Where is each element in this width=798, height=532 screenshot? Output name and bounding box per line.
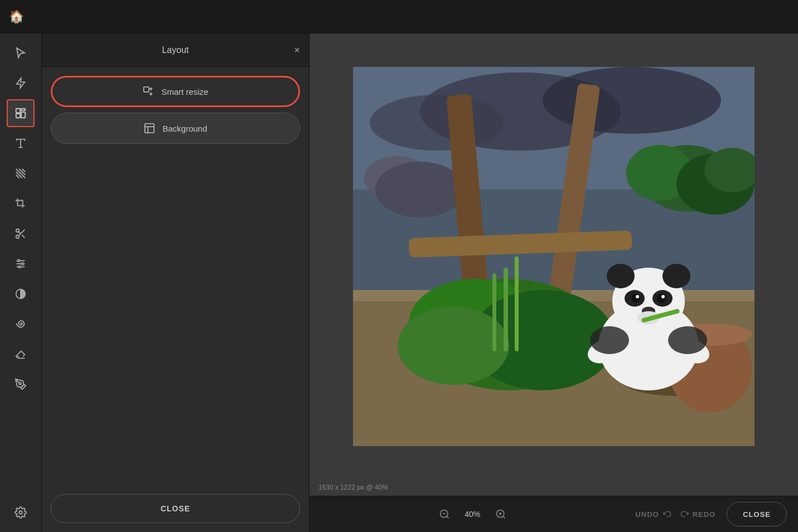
panel-close-x-button[interactable]: × xyxy=(294,45,300,55)
text-tool[interactable] xyxy=(7,129,35,157)
smart-resize-label: Smart resize xyxy=(161,87,208,96)
canvas-area: 1630 x 1222 px @ 40% 40% xyxy=(309,33,798,532)
layout-panel: Layout × Smart resize xyxy=(42,33,309,532)
image-container xyxy=(309,33,798,479)
zoom-out-button[interactable] xyxy=(434,504,454,524)
image-dimensions-text: 1630 x 1222 px @ 40% xyxy=(318,483,388,491)
svg-point-9 xyxy=(18,260,20,262)
svg-point-5 xyxy=(16,235,20,239)
svg-rect-15 xyxy=(144,87,149,92)
panda-image xyxy=(353,67,755,446)
background-button[interactable]: Background xyxy=(51,113,300,144)
settings-tool[interactable] xyxy=(7,499,35,526)
svg-point-60 xyxy=(590,326,629,354)
svg-rect-44 xyxy=(515,257,519,351)
panel-title: Layout xyxy=(162,45,188,55)
scissors-tool[interactable] xyxy=(7,220,35,248)
svg-point-13 xyxy=(19,383,21,385)
smart-resize-icon xyxy=(142,85,154,98)
background-label: Background xyxy=(162,124,207,133)
undo-redo-controls: UNDO REDO xyxy=(635,510,715,519)
panel-close-button[interactable]: CLOSE xyxy=(51,494,300,523)
adjust-tool[interactable] xyxy=(7,250,35,278)
svg-rect-1 xyxy=(21,109,25,111)
top-bar: 🏠 xyxy=(0,0,798,33)
status-bar: 1630 x 1222 px @ 40% xyxy=(309,479,798,496)
panel-footer: CLOSE xyxy=(42,485,309,532)
svg-rect-16 xyxy=(145,124,154,133)
spiral-tool[interactable] xyxy=(7,310,35,338)
zoom-in-button[interactable] xyxy=(491,504,511,524)
svg-rect-0 xyxy=(16,109,20,113)
svg-point-10 xyxy=(22,263,24,265)
svg-point-52 xyxy=(631,294,640,303)
main-close-button[interactable]: CLOSE xyxy=(727,502,787,526)
lightning-tool[interactable] xyxy=(7,69,35,97)
pattern-tool[interactable] xyxy=(7,159,35,187)
svg-point-4 xyxy=(16,229,20,233)
svg-rect-3 xyxy=(21,112,25,118)
crop-tool[interactable] xyxy=(7,190,35,217)
svg-point-11 xyxy=(18,266,21,268)
background-icon xyxy=(143,122,156,134)
svg-point-20 xyxy=(543,67,721,134)
bottom-bar: 40% UNDO xyxy=(309,496,798,532)
undo-label: UNDO xyxy=(635,510,659,519)
redo-label: REDO xyxy=(693,510,716,519)
panel-content: Smart resize Background xyxy=(42,67,309,485)
panel-header: Layout × xyxy=(42,33,309,67)
svg-point-21 xyxy=(370,95,504,151)
svg-point-49 xyxy=(662,264,690,288)
svg-rect-43 xyxy=(504,268,508,351)
eraser-tool[interactable] xyxy=(7,340,35,368)
svg-rect-45 xyxy=(492,273,496,351)
main-area: Layout × Smart resize xyxy=(0,33,798,532)
pen-tool[interactable] xyxy=(7,370,35,398)
layout-tool[interactable] xyxy=(7,99,35,127)
svg-point-55 xyxy=(661,295,665,298)
smart-resize-button[interactable]: Smart resize xyxy=(51,76,300,107)
undo-button[interactable]: UNDO xyxy=(635,510,671,519)
left-toolbar xyxy=(0,33,42,532)
svg-point-61 xyxy=(668,326,707,354)
svg-point-54 xyxy=(636,295,639,298)
zoom-level-text: 40% xyxy=(460,510,485,519)
svg-point-14 xyxy=(19,511,22,514)
select-tool[interactable] xyxy=(7,39,35,67)
svg-rect-2 xyxy=(16,114,20,118)
svg-point-48 xyxy=(607,264,635,288)
svg-point-53 xyxy=(657,294,666,303)
home-icon[interactable]: 🏠 xyxy=(9,9,24,24)
contrast-tool[interactable] xyxy=(7,280,35,308)
zoom-controls: 40% xyxy=(321,504,624,524)
svg-point-27 xyxy=(375,162,465,217)
redo-button[interactable]: REDO xyxy=(680,510,716,519)
